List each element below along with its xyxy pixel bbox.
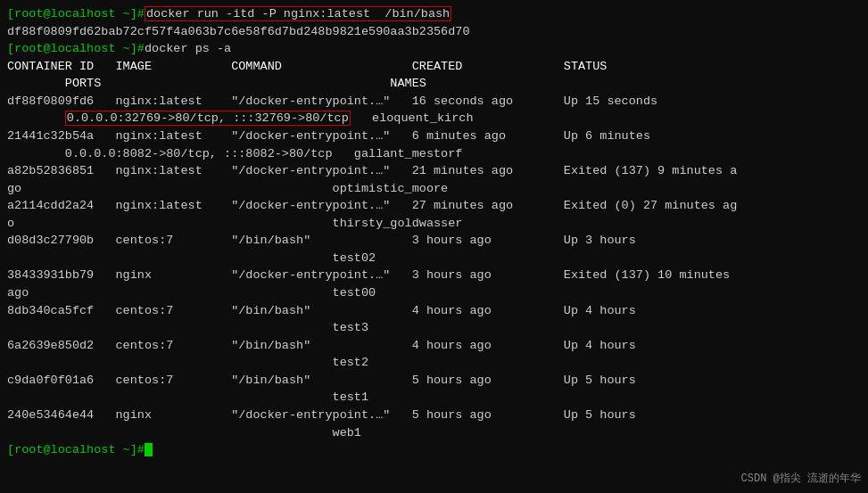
table-row: 8db340ca5fcf centos:7 "/bin/bash" 4 hour… <box>7 302 861 320</box>
command-line-1: [root@localhost ~]#docker run -itd -P ng… <box>7 5 861 23</box>
table-row-name: o thirsty_goldwasser <box>7 215 861 233</box>
table-row-name: test1 <box>7 389 861 407</box>
table-row-ports: 0.0.0.0:32769->80/tcp, :::32769->80/tcp … <box>7 110 861 127</box>
table-row: 21441c32b54a nginx:latest "/docker-entry… <box>7 127 861 145</box>
cursor <box>145 443 153 456</box>
table-row: a82b52836851 nginx:latest "/docker-entry… <box>7 162 861 180</box>
prompt-1: [root@localhost ~]# <box>7 7 145 21</box>
prompt-2: [root@localhost ~]# <box>7 42 145 55</box>
table-header-2: PORTS NAMES <box>7 75 861 93</box>
table-row: 38433931bb79 nginx "/docker-entrypoint.…… <box>7 267 861 284</box>
output-hash: df88f0809fd62bab72cf57f4a063b7c6e58f6d7b… <box>7 23 861 41</box>
table-row-name: go optimistic_moore <box>7 180 861 198</box>
command-2: docker ps -a <box>145 42 231 55</box>
command-highlighted-1: docker run -itd -P nginx:latest /bin/bas… <box>145 6 451 21</box>
table-row: 240e53464e44 nginx "/docker-entrypoint.…… <box>7 407 861 424</box>
command-line-2: [root@localhost ~]#docker ps -a <box>7 40 861 58</box>
watermark: CSDN @指尖 流逝的年华 <box>741 471 861 486</box>
table-row: d08d3c27790b centos:7 "/bin/bash" 3 hour… <box>7 232 861 250</box>
table-row-ports: 0.0.0.0:8082->80/tcp, :::8082->80/tcp ga… <box>7 145 861 163</box>
final-prompt-line: [root@localhost ~]# <box>7 441 861 459</box>
ports-highlighted: 0.0.0.0:32769->80/tcp, :::32769->80/tcp <box>65 111 351 126</box>
table-row-name: web1 <box>7 424 861 442</box>
table-row-name: test3 <box>7 319 861 337</box>
table-row-name: test2 <box>7 354 861 372</box>
table-row: 6a2639e850d2 centos:7 "/bin/bash" 4 hour… <box>7 337 861 355</box>
terminal: [root@localhost ~]#docker run -itd -P ng… <box>0 0 868 493</box>
table-row-name: test02 <box>7 250 861 267</box>
table-header-1: CONTAINER ID IMAGE COMMAND CREATED STATU… <box>7 58 861 76</box>
table-row: a2114cdd2a24 nginx:latest "/docker-entry… <box>7 197 861 215</box>
final-prompt: [root@localhost ~]# <box>7 443 145 456</box>
table-row: df88f0809fd6 nginx:latest "/docker-entry… <box>7 93 861 111</box>
table-row: c9da0f0f01a6 centos:7 "/bin/bash" 5 hour… <box>7 372 861 390</box>
table-row-name: ago test00 <box>7 284 861 302</box>
hash-text: df88f0809fd62bab72cf57f4a063b7c6e58f6d7b… <box>7 25 469 38</box>
